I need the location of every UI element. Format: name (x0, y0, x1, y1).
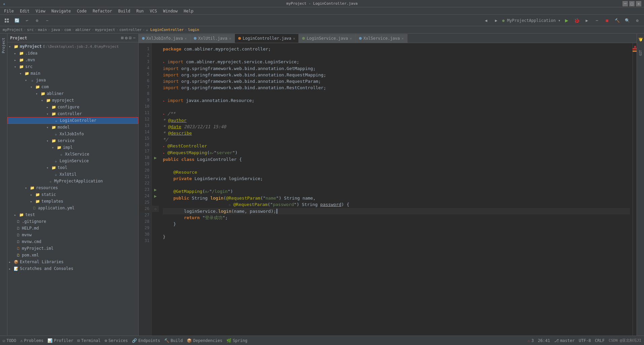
tab-xxlservice[interactable]: XxlService.java ✕ (356, 34, 407, 43)
warning-count-item[interactable]: ⚠ 3 (528, 338, 534, 343)
tree-configure[interactable]: ▸ 📁 configure (7, 104, 138, 110)
tree-service[interactable]: ▾ 📁 service (7, 137, 138, 144)
git-branch-item[interactable]: ⎇ master (554, 338, 575, 343)
run-method-icon-24[interactable]: ▶ (154, 194, 157, 199)
tree-controller[interactable]: ▾ 📁 controller (7, 110, 138, 117)
collapse-btn[interactable]: − (43, 16, 51, 25)
tree-xxlservice[interactable]: ☕ XxlService (7, 151, 138, 158)
tab-close-xxlutil[interactable]: ✕ (229, 36, 231, 41)
tree-model[interactable]: ▾ 📁 model (7, 124, 138, 131)
spring-item[interactable]: 🌿 Spring (226, 338, 247, 343)
search-everywhere-btn[interactable]: 🔍 (623, 16, 631, 25)
build-item[interactable]: 🔨 Build (164, 338, 183, 343)
forward-btn[interactable]: ▶ (492, 16, 500, 25)
git-tab[interactable]: GIT (638, 47, 643, 58)
menu-code[interactable]: Code (74, 8, 90, 14)
back-btn[interactable]: ◀ (482, 16, 490, 25)
crumb-myproject2[interactable]: myproject (95, 28, 115, 32)
menu-navigate[interactable]: Navigate (49, 8, 74, 14)
todo-item[interactable]: ☑ TODO (3, 338, 16, 343)
endpoints-item[interactable]: 🔗 Endpoints (132, 338, 160, 343)
settings-icon[interactable]: ⚙ (125, 35, 128, 40)
tab-xxljobinfo[interactable]: XxlJobInfo.java ✕ (139, 34, 190, 43)
warning-indicator[interactable]: ▲ (634, 44, 636, 48)
settings-btn[interactable]: ⚙ (33, 16, 41, 25)
tree-static[interactable]: ▸ 📁 static (7, 191, 138, 198)
tab-xxlutil[interactable]: XxlUtil.java ✕ (190, 34, 235, 43)
tab-close-xxljobinfo[interactable]: ✕ (184, 36, 187, 41)
tree-abliner[interactable]: ▾ 📁 abliner (7, 90, 138, 97)
tree-external-libs[interactable]: ▸ 📦 External Libraries (7, 258, 138, 265)
tree-idea[interactable]: ▸ 📁 .idea (7, 50, 138, 57)
crumb-java[interactable]: java (51, 28, 60, 32)
tree-myprojectapp[interactable]: ☕ MyProjectApplication (7, 178, 138, 184)
tab-loginservice[interactable]: LoginService.java ✕ (299, 34, 355, 43)
profiler-item[interactable]: 📊 Profiler (47, 338, 73, 343)
menu-window[interactable]: Window (160, 8, 180, 14)
tree-mvnwcmd[interactable]: 🗋 mvnw.cmd (7, 238, 138, 245)
tree-templates[interactable]: ▸ 📁 templates (7, 198, 138, 205)
minimize-btn[interactable]: ─ (622, 1, 628, 6)
crumb-logincontroller[interactable]: ☕ LoginController (146, 28, 184, 32)
menu-help[interactable]: Help (181, 8, 196, 14)
run-class-icon[interactable]: ▶ (154, 155, 157, 160)
tab-close-loginservice[interactable]: ✕ (350, 36, 352, 41)
stop-btn[interactable]: ■ (603, 16, 611, 25)
tree-myproject[interactable]: ▾ 📁 myproject (7, 97, 138, 104)
crumb-main[interactable]: main (38, 28, 47, 32)
crumb-com[interactable]: com (64, 28, 71, 32)
tree-impl[interactable]: ▾ 📁 impl (7, 144, 138, 151)
crumb-login[interactable]: login (188, 28, 199, 32)
maximize-btn[interactable]: □ (629, 1, 635, 6)
sync-btn[interactable]: 🔄 (13, 16, 21, 25)
tree-com[interactable]: ▾ 📁 com (7, 83, 138, 90)
line-col-item[interactable]: 26:41 (538, 338, 550, 343)
notifications-tab[interactable]: 🔔 (638, 35, 643, 45)
tree-tool[interactable]: ▾ 📁 tool (7, 164, 138, 171)
menu-vcs[interactable]: VCS (147, 8, 160, 14)
problems-item[interactable]: ⚠ Problems (20, 338, 43, 343)
tree-appyml[interactable]: 🗋 application.yml (7, 205, 138, 211)
expand-icon[interactable]: ⊡ (129, 35, 132, 40)
terminal-item[interactable]: ⊡ Terminal (77, 338, 101, 343)
close-btn[interactable]: ✕ (636, 1, 641, 6)
settings-gear-btn[interactable]: ⚙ (633, 16, 641, 25)
dependencies-item[interactable]: 📦 Dependencies (187, 338, 222, 343)
project-panel-tab[interactable]: Project (1, 35, 6, 56)
menu-view[interactable]: View (33, 8, 48, 14)
tree-resources[interactable]: ▾ 📁 resources (7, 184, 138, 191)
crumb-myproject[interactable]: myProject (3, 28, 23, 32)
run-method-icon-23[interactable]: ▶ (154, 187, 157, 192)
tree-java[interactable]: ▾ ☕ java (7, 77, 138, 83)
tree-root[interactable]: ▾ 📁 myProject E:\Desktop\xxl-job-2.4.0\m… (7, 43, 138, 50)
debug-btn[interactable]: 🐞 (573, 16, 581, 25)
collapse-all-icon[interactable]: − (133, 35, 136, 40)
layout-icon[interactable]: ⊞ (121, 35, 124, 40)
encoding-item[interactable]: UTF-8 (579, 338, 591, 343)
window-controls[interactable]: ─ □ ✕ (622, 1, 641, 6)
tree-test[interactable]: ▸ 📁 test (7, 211, 138, 218)
tree-xxljobinfo[interactable]: ☕ XxlJobInfo (7, 131, 138, 137)
line-ending-item[interactable]: CRLF (595, 338, 605, 343)
menu-build[interactable]: Build (115, 8, 133, 14)
undo-btn[interactable]: ↩ (23, 16, 31, 25)
tree-mvn[interactable]: ▸ 📁 .mvn (7, 57, 138, 63)
tree-logincontroller[interactable]: ☕ LoginController (7, 117, 138, 124)
services-item[interactable]: ⚙ Services (105, 338, 128, 343)
tab-logincontroller[interactable]: LoginController.java ✕ (235, 34, 299, 43)
project-structure-btn[interactable] (3, 16, 11, 25)
crumb-src[interactable]: src (27, 28, 34, 32)
tree-loginservice[interactable]: ☕ LoginService (7, 158, 138, 164)
tree-main[interactable]: ▾ 📁 main (7, 70, 138, 77)
code-content[interactable]: package com.abliner.myproject.controller… (159, 43, 633, 336)
more-run-btn[interactable]: ⋯ (593, 16, 601, 25)
tree-mvnw[interactable]: 🗋 mvnw (7, 232, 138, 238)
app-selector[interactable]: ● MyProjectApplication ▾ (502, 18, 561, 23)
crumb-abliner[interactable]: abliner (75, 28, 91, 32)
coverage-btn[interactable]: ▶ (583, 16, 591, 25)
tree-helpmd[interactable]: 🗋 HELP.md (7, 225, 138, 232)
tree-src[interactable]: ▾ 📁 src (7, 63, 138, 70)
menu-edit[interactable]: Edit (17, 8, 32, 14)
tree-scratches[interactable]: ▸ 📝 Scratches and Consoles (7, 265, 138, 272)
tree-gitignore[interactable]: 🗋 .gitignore (7, 218, 138, 225)
